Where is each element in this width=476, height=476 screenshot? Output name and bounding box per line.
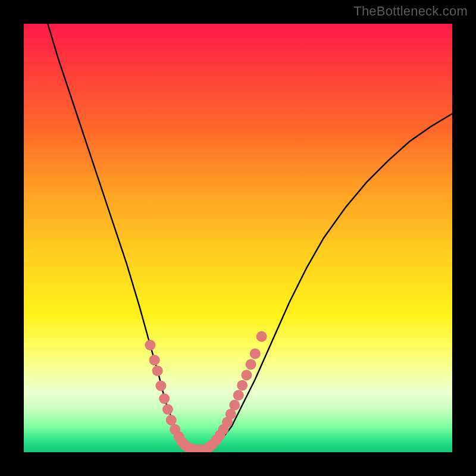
highlight-dot bbox=[229, 400, 240, 411]
curve-line bbox=[45, 24, 452, 450]
highlight-dot bbox=[145, 340, 155, 350]
highlight-dot bbox=[155, 380, 166, 391]
chart-svg bbox=[24, 24, 452, 452]
highlight-dot bbox=[166, 415, 177, 425]
highlight-dot bbox=[159, 393, 170, 404]
highlight-dot bbox=[241, 369, 252, 380]
highlight-dot bbox=[162, 404, 173, 415]
highlight-dot bbox=[237, 380, 248, 391]
watermark-text: TheBottleneck.com bbox=[353, 4, 468, 19]
chart-frame: TheBottleneck.com bbox=[0, 0, 476, 476]
highlight-dot bbox=[256, 331, 267, 342]
highlight-dot bbox=[250, 348, 261, 359]
highlight-dot bbox=[233, 390, 244, 400]
plot-area bbox=[24, 24, 452, 452]
highlight-dot bbox=[152, 365, 163, 376]
highlight-dot bbox=[149, 355, 160, 365]
highlight-dot bbox=[246, 359, 256, 369]
